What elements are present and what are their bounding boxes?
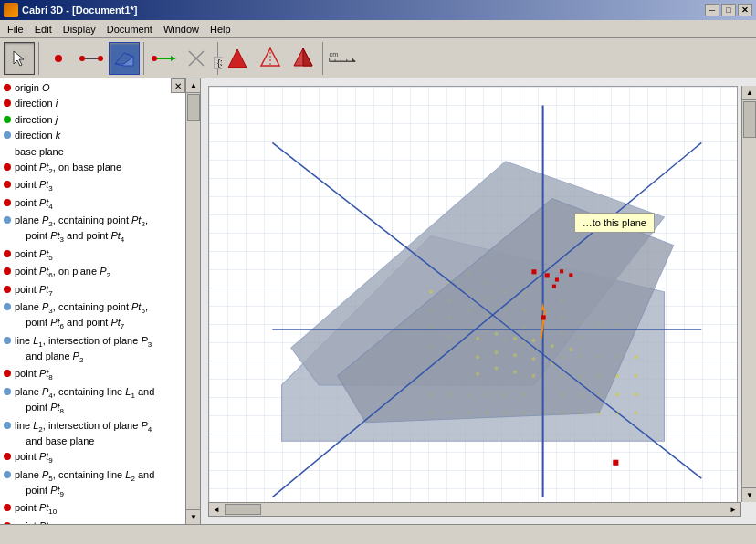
scroll-right-btn[interactable]: ► <box>726 503 740 516</box>
panel-item-direction-i[interactable]: direction i <box>0 96 200 111</box>
svg-marker-12 <box>228 49 247 68</box>
panel-item-direction-k[interactable]: direction k <box>0 128 200 143</box>
close-button[interactable]: ✕ <box>738 4 752 16</box>
app-icon <box>4 3 18 17</box>
p5-dot <box>4 471 11 478</box>
line-tool[interactable] <box>76 42 107 75</box>
menu-bar: File Edit Display Document Window Help <box>0 20 756 38</box>
menu-window[interactable]: Window <box>158 22 205 37</box>
panel-item-pt6[interactable]: point Pt6, on plane P2 <box>0 264 200 281</box>
panel-item-pt2[interactable]: point Pt2, on base plane <box>0 160 200 177</box>
scroll-thumb[interactable] <box>187 94 200 121</box>
panel-item-pt11[interactable]: point Pt11 <box>0 518 200 524</box>
panel-item-pt3[interactable]: point Pt3 <box>0 177 200 194</box>
pt8-label: point Pt8 <box>15 367 53 382</box>
svg-point-127 <box>531 357 535 361</box>
svg-rect-145 <box>541 315 546 319</box>
panel-item-plane-p4[interactable]: plane P4, containing line L1 and point P… <box>0 384 200 418</box>
panel-item-direction-j[interactable]: direction j <box>0 112 200 128</box>
viewport[interactable]: …to this plane <box>208 86 738 517</box>
ruler-tool[interactable]: cm <box>327 42 358 75</box>
scroll-left-btn[interactable]: ◄ <box>209 503 224 516</box>
perpendicular-tool[interactable] <box>181 42 212 75</box>
pt9-label: point Pt9 <box>15 450 53 466</box>
menu-edit[interactable]: Edit <box>29 22 58 37</box>
canvas-area[interactable]: …to this plane ▲ ▼ ◄ ► <box>201 78 756 524</box>
svg-point-3 <box>79 56 85 61</box>
panel-item-pt4[interactable]: point Pt4 <box>0 195 200 213</box>
bottom-scrollbar[interactable]: ◄ ► <box>208 502 741 517</box>
point-tool[interactable] <box>43 42 74 75</box>
p2-dot <box>4 216 11 224</box>
svg-point-123 <box>569 348 572 351</box>
origin-label: origin O <box>15 81 50 95</box>
scroll-down-btn[interactable]: ▼ <box>742 487 756 502</box>
dir-i-label: direction i <box>15 97 58 110</box>
maximize-button[interactable]: □ <box>721 4 736 16</box>
scroll-down-button[interactable]: ▼ <box>186 509 201 524</box>
svg-point-130 <box>495 367 499 371</box>
scroll-up-button[interactable]: ▲ <box>186 78 201 93</box>
panel-scrollbar[interactable]: ▲ ▼ <box>185 78 200 524</box>
plane-tool[interactable] <box>109 42 140 75</box>
pyramid-solid-tool[interactable] <box>288 42 319 75</box>
pt11-label: point Pt11 <box>15 519 57 524</box>
pt7-dot <box>4 286 11 293</box>
svg-point-4 <box>98 56 103 61</box>
right-scroll-thumb[interactable] <box>743 101 756 138</box>
axis-tool[interactable] <box>148 42 179 75</box>
svg-rect-140 <box>545 273 550 277</box>
svg-point-77 <box>635 392 638 396</box>
pt4-dot <box>4 199 11 206</box>
pointer-tool[interactable] <box>4 42 35 75</box>
pt2-dot <box>4 163 11 171</box>
window-controls: ─ □ ✕ <box>705 4 752 16</box>
bottom-scroll-thumb[interactable] <box>225 504 261 515</box>
svg-point-119 <box>495 332 499 336</box>
svg-point-9 <box>152 56 157 61</box>
panel-item-pt9[interactable]: point Pt9 <box>0 449 200 466</box>
pt4-label: point Pt4 <box>15 196 53 212</box>
l2-dot <box>4 422 11 429</box>
svg-rect-143 <box>569 273 572 277</box>
svg-point-71 <box>635 355 638 359</box>
tooltip: …to this plane <box>574 213 655 233</box>
panel-close-button[interactable]: ✕ <box>171 78 185 93</box>
left-panel: ✕ origin O direction i direction j direc… <box>0 78 201 524</box>
menu-display[interactable]: Display <box>58 22 101 37</box>
menu-file[interactable]: File <box>2 22 29 37</box>
right-scrollbar[interactable]: ▲ ▼ <box>741 86 756 502</box>
panel-item-line-l2[interactable]: line L2, intersection of plane P4 and ba… <box>0 418 200 450</box>
panel-item-pt5[interactable]: point Pt5 <box>0 246 200 264</box>
dir-j-dot <box>4 116 11 123</box>
pyramid-outline-tool[interactable] <box>255 42 286 75</box>
svg-point-129 <box>476 372 479 376</box>
svg-point-74 <box>635 374 638 378</box>
minimize-button[interactable]: ─ <box>705 4 719 16</box>
panel-item-plane-p3[interactable]: plane P3, containing point Pt5, point Pt… <box>0 299 200 333</box>
title-bar: Cabri 3D - [Document1*] ─ □ ✕ <box>0 0 756 20</box>
menu-help[interactable]: Help <box>205 22 236 37</box>
triangle-tool[interactable] <box>222 42 253 75</box>
panel-item-base-plane[interactable]: base plane <box>0 144 200 160</box>
origin-dot <box>4 84 11 91</box>
menu-document[interactable]: Document <box>101 22 158 37</box>
dir-k-label: direction k <box>15 129 60 142</box>
panel-item-pt7[interactable]: point Pt7 <box>0 282 200 299</box>
panel-item-pt10[interactable]: point Pt10 <box>0 500 200 518</box>
panel-item-plane-p2[interactable]: plane P2, containing point Pt2, point Pt… <box>0 213 200 246</box>
panel-item-plane-p5[interactable]: plane P5, containing line L2 and point P… <box>0 467 200 501</box>
pt5-dot <box>4 250 11 257</box>
pt3-dot <box>4 181 11 188</box>
p4-label: plane P4, containing line L1 and point P… <box>15 385 154 417</box>
dir-j-label: direction j <box>15 113 58 127</box>
l1-dot <box>4 337 11 344</box>
toolbar-separator-2 <box>143 42 144 75</box>
right-scroll-track <box>742 100 756 487</box>
panel-item-pt8[interactable]: point Pt8 <box>0 366 200 383</box>
panel-item-line-l1[interactable]: line L1, intersection of plane P3 and pl… <box>0 333 200 367</box>
svg-text:cm: cm <box>330 50 339 58</box>
svg-marker-16 <box>303 48 312 66</box>
scroll-up-btn[interactable]: ▲ <box>742 86 756 100</box>
pt8-dot <box>4 370 11 377</box>
